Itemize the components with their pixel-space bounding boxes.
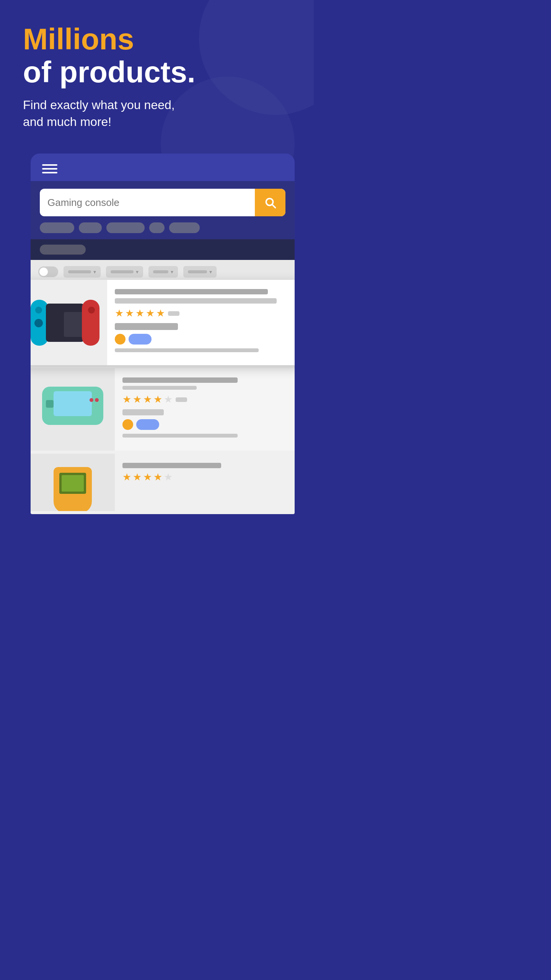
product-info-2: ★ ★ ★ ★ ★	[115, 368, 295, 451]
search-area	[31, 181, 295, 239]
color-options	[115, 334, 295, 345]
star-1: ★	[122, 471, 131, 483]
product-rating-3: ★ ★ ★ ★ ★	[122, 471, 287, 483]
star-3: ★	[143, 471, 152, 483]
right-thumbstick	[88, 307, 95, 314]
product-image-gameboy	[31, 454, 115, 511]
product-title-bar-2	[115, 298, 277, 304]
filter-pill[interactable]	[79, 222, 102, 233]
handheld-btn-a	[90, 398, 93, 402]
star-2: ★	[133, 471, 142, 483]
dropdown-label-bar	[111, 270, 134, 273]
filter-pill[interactable]	[169, 222, 200, 233]
handheld-device-illustration	[42, 387, 103, 433]
active-tab[interactable]	[40, 245, 86, 255]
product-title-bar	[122, 377, 238, 383]
search-bar	[40, 189, 285, 216]
dpad	[34, 319, 43, 327]
filter-pill[interactable]	[106, 222, 145, 233]
handheld-body	[42, 387, 103, 425]
color-options-2	[122, 419, 287, 430]
results-area: ▾ ▾ ▾ ▾	[31, 260, 295, 514]
star-3: ★	[135, 307, 144, 319]
search-icon	[263, 196, 277, 209]
gameboy-screen	[62, 475, 84, 492]
toggle-switch[interactable]	[38, 266, 58, 277]
handheld-buttons	[90, 398, 99, 402]
product-image-console	[31, 280, 107, 365]
handheld-screen	[54, 391, 92, 416]
filter-dropdown-1[interactable]: ▾	[64, 266, 101, 278]
gameboy-body	[54, 467, 92, 511]
gameboy-illustration	[48, 467, 98, 511]
dropdown-label-bar	[68, 270, 91, 273]
app-mockup: ▾ ▾ ▾ ▾	[31, 154, 295, 514]
hero-title-orange: Millions	[23, 23, 291, 56]
tab-bar	[31, 239, 295, 260]
star-2: ★	[125, 307, 134, 319]
dropdown-label-bar	[153, 270, 168, 273]
toggle-knob	[39, 268, 48, 276]
star-1: ★	[115, 307, 124, 319]
search-input[interactable]	[40, 190, 255, 216]
product-price-bar	[122, 409, 164, 415]
star-5-empty: ★	[164, 394, 173, 405]
handheld-dpad	[46, 400, 54, 408]
handheld-btn-b	[95, 398, 99, 402]
product-detail-bar-2	[122, 434, 238, 438]
product-card-2[interactable]: ★ ★ ★ ★ ★	[31, 368, 295, 451]
product-title-bar	[122, 463, 221, 468]
hamburger-menu-icon[interactable]	[42, 164, 57, 173]
star-1: ★	[122, 394, 131, 405]
color-badge-blue[interactable]	[129, 334, 152, 345]
filter-dropdown-4[interactable]: ▾	[183, 266, 217, 278]
filter-dropdown-2[interactable]: ▾	[106, 266, 143, 278]
hero-subtitle: Find exactly what you need,and much more…	[23, 96, 291, 131]
app-header	[31, 154, 295, 181]
gameboy-screen-area	[59, 473, 86, 494]
star-4: ★	[146, 307, 155, 319]
star-5-half: ★	[156, 307, 165, 319]
star-4: ★	[153, 471, 162, 483]
product-rating-2: ★ ★ ★ ★ ★	[122, 394, 287, 405]
hero-section: Millions of products. Find exactly what …	[23, 23, 291, 131]
product-info-3: ★ ★ ★ ★ ★	[115, 454, 295, 511]
hero-title: Millions of products.	[23, 23, 291, 89]
product-rating: ★ ★ ★ ★ ★	[115, 307, 295, 319]
color-badge-yellow-2[interactable]	[122, 419, 133, 430]
left-thumbstick	[35, 307, 42, 314]
chevron-down-icon: ▾	[209, 269, 212, 275]
hero-title-white: of products.	[23, 56, 291, 89]
review-count-bar	[168, 311, 179, 316]
search-button[interactable]	[255, 189, 285, 216]
product-price-bar	[115, 323, 178, 330]
chevron-down-icon: ▾	[136, 269, 139, 275]
filter-pill[interactable]	[40, 222, 74, 233]
star-4: ★	[153, 394, 162, 405]
star-5-empty: ★	[164, 471, 173, 483]
product-title-bar	[115, 289, 268, 294]
product-subtitle-bar	[122, 386, 197, 390]
star-3: ★	[143, 394, 152, 405]
dropdown-label-bar	[188, 270, 207, 273]
color-badge-yellow[interactable]	[115, 334, 126, 345]
star-2: ★	[133, 394, 142, 405]
console-body	[46, 304, 84, 342]
gaming-console-illustration	[31, 298, 99, 348]
filter-pills-row	[40, 222, 285, 233]
product-card-3[interactable]: ★ ★ ★ ★ ★	[31, 454, 295, 511]
filter-pill[interactable]	[149, 222, 165, 233]
color-badge-blue-2[interactable]	[136, 419, 159, 430]
right-controller	[82, 300, 99, 346]
review-count-bar-2	[176, 397, 187, 402]
chevron-down-icon: ▾	[93, 269, 96, 275]
product-card-1[interactable]: ★ ★ ★ ★ ★	[31, 280, 295, 365]
product-info-1: ★ ★ ★ ★ ★	[107, 280, 295, 365]
product-image-handheld	[31, 368, 115, 451]
product-detail-bar	[115, 348, 259, 352]
chevron-down-icon: ▾	[171, 269, 173, 275]
filter-dropdown-3[interactable]: ▾	[148, 266, 178, 278]
